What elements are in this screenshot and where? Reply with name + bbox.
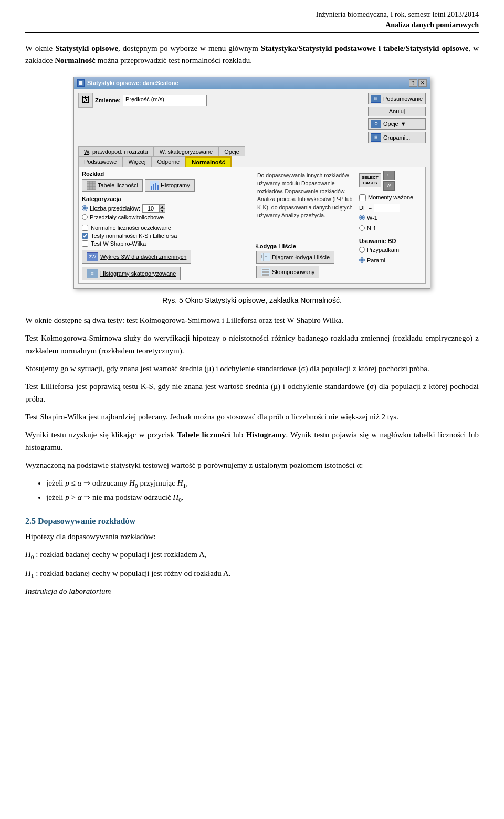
spin-up-button[interactable]: ▲ bbox=[159, 204, 165, 208]
przedzialy-label: Przedziały całkowitoliczbowe bbox=[90, 214, 164, 220]
section-25-heading: 2.5 Dopasowywanie rozkładów bbox=[25, 517, 479, 526]
liczba-spin-input[interactable] bbox=[142, 204, 159, 213]
bullet-item-1: jeżeli p ≤ α ⇒ odrzucamy H0 przyjmując H… bbox=[46, 477, 479, 491]
parami-radio[interactable] bbox=[359, 257, 365, 263]
tabs-row: W. prawdopod. i rozrzutu W. skategoryzow… bbox=[78, 146, 426, 156]
w1-radio-row: W-1 bbox=[359, 215, 422, 221]
tabele-licznosci-button[interactable]: Tabele liczności bbox=[82, 179, 143, 192]
svg-rect-17 bbox=[262, 274, 269, 276]
grupami-label: Grupami... bbox=[383, 134, 410, 141]
przypadkami-row: Przypadkami bbox=[359, 247, 422, 253]
svg-text:|: | bbox=[261, 255, 262, 258]
diagram-lodyga-label: Djagram łodyga i liście bbox=[272, 254, 330, 260]
test-w-label: Test W Shapiro-Wilka bbox=[91, 240, 146, 247]
zmienne-label: Zmienne: bbox=[95, 97, 121, 103]
svg-rect-6 bbox=[151, 186, 152, 190]
header-line2: Analiza danych pomiarowych bbox=[25, 20, 479, 30]
tab-normalnosc[interactable]: Normalność bbox=[185, 156, 232, 167]
dialog-box: ▦ Statystyki opisowe: daneScalone ? ✕ 🖼 … bbox=[74, 77, 430, 289]
w1-radio[interactable] bbox=[359, 215, 365, 220]
close-button[interactable]: ✕ bbox=[418, 79, 427, 87]
skompresowany-button[interactable]: Skompresowany bbox=[256, 266, 319, 278]
wykres-3w-button[interactable]: 3W Wykres 3W dla dwóch zmiennych bbox=[82, 250, 191, 264]
n1-label: N-1 bbox=[367, 225, 376, 232]
mid-panel: Do dopasowywania innych rozkładów używam… bbox=[256, 171, 356, 280]
testy-check-row: Testy normalności K-S i Lillieforsa bbox=[82, 233, 253, 239]
kategoryzacja-label: Kategoryzacja bbox=[82, 196, 253, 202]
df-row: DF = bbox=[359, 204, 422, 212]
lodyga-section: Łodyga i liście |— Djagram łodyga i liśc… bbox=[256, 243, 356, 280]
hist-skat-btn-row: ≡ Histogramy skategoryzowane bbox=[82, 267, 253, 280]
tab-odporne[interactable]: Odporne bbox=[151, 156, 185, 167]
tabele-licznosci-label: Tabele liczności bbox=[98, 182, 138, 188]
przedzialy-radio[interactable] bbox=[82, 214, 88, 220]
rozklad-btn-row: Tabele liczności Histogramy bbox=[82, 179, 253, 192]
svg-rect-16 bbox=[262, 271, 269, 273]
zmienne-input[interactable]: Prędkość (m/s) bbox=[123, 94, 207, 106]
bullet-list: jeżeli p ≤ α ⇒ odrzucamy H0 przyjmując H… bbox=[25, 477, 479, 505]
svg-text:—: — bbox=[265, 255, 267, 258]
grupami-button[interactable]: ⊞ Grupami... bbox=[368, 132, 426, 143]
podsumowanie-label: Podsumowanie bbox=[383, 96, 423, 102]
parami-row: Parami bbox=[359, 257, 422, 264]
dialog-wrapper: ▦ Statystyki opisowe: daneScalone ? ✕ 🖼 … bbox=[25, 77, 479, 289]
select-cases-row: SELECTCASES S W bbox=[359, 171, 422, 191]
bd-text: D bbox=[392, 238, 396, 244]
tab-w-skategoryzowane[interactable]: W. skategoryzowane bbox=[154, 146, 219, 156]
tab-wiecej[interactable]: Więcej bbox=[122, 156, 151, 167]
histogramy-icon bbox=[150, 181, 159, 190]
test-w-checkbox[interactable] bbox=[82, 240, 88, 247]
normalne-check-row: Normalne liczności oczekiwane bbox=[82, 225, 253, 231]
help-button[interactable]: ? bbox=[409, 79, 417, 87]
momenty-check-row: Momenty ważone bbox=[359, 194, 422, 201]
sc-icons-col: S W bbox=[383, 171, 395, 191]
skompresowany-icon bbox=[261, 268, 270, 276]
chart-btn-row: 3W Wykres 3W dla dwóch zmiennych bbox=[82, 250, 253, 264]
skompresowany-btn-row: Skompresowany bbox=[256, 266, 356, 278]
normalne-checkbox[interactable] bbox=[82, 225, 88, 231]
testy-checkbox[interactable] bbox=[82, 233, 88, 239]
testy-label: Testy normalności K-S i Lillieforsa bbox=[91, 233, 177, 239]
spin-down-button[interactable]: ▼ bbox=[159, 208, 165, 213]
select-cases-button[interactable]: SELECTCASES bbox=[359, 173, 381, 187]
tab-w-prawdopod[interactable]: W. prawdopod. i rozrzutu bbox=[78, 146, 154, 156]
zmienne-section: 🖼 Zmienne: Prędkość (m/s) bbox=[78, 93, 365, 108]
histogramy-button[interactable]: Histogramy bbox=[145, 179, 195, 192]
histogramy-label: Histogramy bbox=[161, 182, 190, 188]
right-buttons-col: ▤ Podsumowanie Anuluj ⚙ Opcje ▼ ⊞ Grupam… bbox=[368, 93, 426, 143]
wykres-label: Wykres 3W dla dwóch zmiennych bbox=[100, 254, 186, 260]
tabs-row-2: Podstawowe Więcej Odporne Normalność bbox=[78, 156, 426, 167]
przypadkami-label: Przypadkami bbox=[367, 247, 401, 253]
tab-opcje[interactable]: Opcje bbox=[218, 146, 245, 156]
svg-rect-15 bbox=[262, 269, 269, 270]
spin-buttons: ▲ ▼ bbox=[159, 204, 165, 213]
n1-radio[interactable] bbox=[359, 225, 365, 231]
body-para-5: Test Shapiro-Wilka jest najbardziej pole… bbox=[25, 411, 479, 423]
sc-icon-s: S bbox=[383, 171, 395, 180]
intro-paragraph: W oknie Statystyki opisowe, dostępnym po… bbox=[25, 43, 479, 67]
body-para-6: Wyniki testu uzyskuje się klikając w prz… bbox=[25, 428, 479, 454]
tab-podstawowe[interactable]: Podstawowe bbox=[78, 156, 122, 167]
opcje-button[interactable]: ⚙ Opcje ▼ bbox=[368, 118, 426, 130]
momenty-label: Momenty ważone bbox=[368, 194, 413, 201]
liczba-przedzialow-radio[interactable] bbox=[82, 205, 88, 211]
rozklad-label: Rozkład bbox=[82, 171, 253, 177]
dialog-body: 🖼 Zmienne: Prędkość (m/s) ▤ Podsumowanie… bbox=[74, 89, 430, 288]
body-para-2: Test Kołmogorowa-Smirnowa służy do weryf… bbox=[25, 332, 479, 357]
podsumowanie-button[interactable]: ▤ Podsumowanie bbox=[368, 93, 426, 104]
hist-skat-icon: ≡ bbox=[87, 269, 98, 278]
w1-label: W-1 bbox=[367, 215, 377, 221]
section-25-h1: H1 : rozkład badanej cechy w populacji j… bbox=[25, 567, 479, 581]
przypadkami-radio[interactable] bbox=[359, 247, 365, 253]
anuluj-button[interactable]: Anuluj bbox=[368, 107, 426, 116]
right-panel: SELECTCASES S W Momenty ważone bbox=[359, 171, 422, 280]
diagram-lodyga-button[interactable]: |— Djagram łodyga i liście bbox=[256, 251, 334, 264]
df-input[interactable] bbox=[374, 204, 400, 212]
df-label: DF = bbox=[359, 205, 372, 211]
momenty-checkbox[interactable] bbox=[359, 194, 366, 201]
histogramy-skat-button[interactable]: ≡ Histogramy skategoryzowane bbox=[82, 267, 181, 280]
diagram-icon: |— bbox=[261, 253, 270, 261]
dialog-title-left: ▦ Statystyki opisowe: daneScalone bbox=[77, 79, 178, 87]
normalne-label: Normalne liczności oczekiwane bbox=[91, 225, 171, 231]
parami-label: Parami bbox=[367, 257, 385, 264]
